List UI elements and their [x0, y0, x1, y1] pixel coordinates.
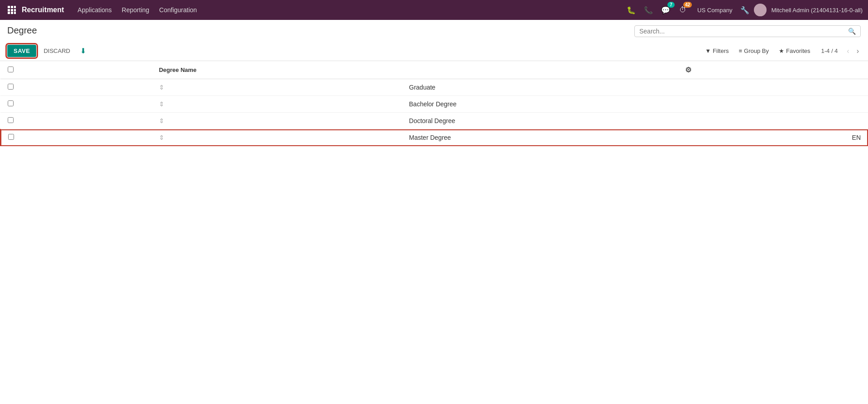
- top-menu: Applications Reporting Configuration: [73, 5, 201, 15]
- app-brand: Recruitment: [22, 6, 64, 14]
- table-row: ⇕Bachelor Degree: [0, 96, 868, 113]
- drag-handle-icon[interactable]: ⇕: [159, 100, 164, 108]
- menu-reporting[interactable]: Reporting: [117, 5, 154, 15]
- column-settings-icon[interactable]: ⚙: [685, 66, 691, 74]
- settings-col-header: ⚙: [402, 61, 699, 79]
- language-badge-cell: EN: [699, 129, 868, 146]
- grid-menu-icon[interactable]: [5, 4, 18, 16]
- svg-rect-2: [14, 6, 16, 8]
- degree-table: Degree Name ⚙ ⇕Graduate⇕Bachelor Degree⇕…: [0, 61, 868, 146]
- topnav-icons: 🐛 📞 💬 7 ⏱ 42 US Company 🔧 Mitchell Admin…: [625, 4, 863, 16]
- table-row: ⇕Graduate: [0, 79, 868, 96]
- download-button[interactable]: ⬇: [77, 45, 89, 57]
- row-checkbox-cell: [0, 79, 152, 96]
- favorites-button[interactable]: ★ Favorites: [775, 46, 814, 56]
- menu-configuration[interactable]: Configuration: [155, 5, 201, 15]
- svg-point-10: [756, 12, 765, 16]
- degree-name-input[interactable]: [409, 134, 691, 141]
- row-checkbox[interactable]: [8, 84, 14, 90]
- svg-point-9: [758, 6, 763, 11]
- groupby-button[interactable]: ≡ Group By: [735, 46, 773, 56]
- activity-badge: 42: [683, 2, 692, 8]
- search-bar: 🔍: [634, 25, 861, 37]
- page-title: Degree: [7, 25, 37, 41]
- svg-rect-1: [11, 6, 13, 8]
- table-row: ⇕EN: [0, 129, 868, 146]
- bug-icon[interactable]: 🐛: [625, 4, 638, 16]
- drag-handle-cell: ⇕: [152, 96, 402, 113]
- row-checkbox-cell: [0, 113, 152, 129]
- drag-handle-cell: ⇕: [152, 129, 402, 146]
- row-checkbox[interactable]: [8, 134, 14, 140]
- star-icon: ★: [779, 48, 784, 54]
- language-badge-cell: [699, 79, 868, 96]
- discard-button[interactable]: DISCARD: [40, 45, 74, 57]
- drag-handle-icon[interactable]: ⇕: [159, 84, 164, 91]
- search-input[interactable]: [639, 28, 848, 35]
- user-avatar[interactable]: [754, 4, 767, 16]
- select-all-checkbox-header[interactable]: [0, 61, 152, 79]
- language-badge-cell: [699, 113, 868, 129]
- table-header-row: Degree Name ⚙: [0, 61, 868, 79]
- degree-name-cell[interactable]: Doctoral Degree: [402, 113, 699, 129]
- save-button[interactable]: SAVE: [7, 45, 36, 57]
- degree-name-header: Degree Name: [152, 61, 402, 79]
- settings-wrench-icon[interactable]: 🔧: [740, 6, 749, 14]
- chat-badge: 7: [667, 2, 675, 8]
- content-area: Degree 🔍 SAVE DISCARD ⬇ ▼ Filters ≡ Grou…: [0, 20, 868, 404]
- select-all-checkbox[interactable]: [8, 67, 14, 72]
- drag-handle-cell: ⇕: [152, 113, 402, 129]
- language-badge: EN: [852, 134, 861, 141]
- filter-icon: ▼: [705, 48, 711, 54]
- language-badge-cell: [699, 96, 868, 113]
- activity-icon[interactable]: ⏱ 42: [676, 4, 689, 16]
- filter-group: ▼ Filters ≡ Group By ★ Favorites: [701, 46, 814, 56]
- pagination-prev-button[interactable]: ‹: [845, 46, 851, 56]
- degree-name-cell[interactable]: Bachelor Degree: [402, 96, 699, 113]
- svg-rect-5: [14, 9, 16, 11]
- pagination-next-button[interactable]: ›: [855, 46, 861, 56]
- groupby-label: Group By: [744, 48, 769, 54]
- svg-rect-8: [14, 12, 16, 14]
- degree-name-cell[interactable]: Graduate: [402, 79, 699, 96]
- phone-icon[interactable]: 📞: [642, 4, 655, 16]
- username[interactable]: Mitchell Admin (21404131-16-0-all): [771, 7, 863, 14]
- chat-icon[interactable]: 💬 7: [659, 4, 672, 16]
- favorites-label: Favorites: [786, 48, 810, 54]
- top-navigation: Recruitment Applications Reporting Confi…: [0, 0, 868, 20]
- filters-label: Filters: [713, 48, 729, 54]
- search-icon[interactable]: 🔍: [848, 28, 856, 35]
- drag-handle-icon[interactable]: ⇕: [159, 117, 164, 124]
- svg-rect-7: [11, 12, 13, 14]
- table-row: ⇕Doctoral Degree: [0, 113, 868, 129]
- svg-rect-0: [8, 6, 10, 8]
- page-title-area: Degree: [7, 25, 37, 41]
- pagination-info: 1-4 / 4: [821, 48, 838, 54]
- table-body: ⇕Graduate⇕Bachelor Degree⇕Doctoral Degre…: [0, 79, 868, 146]
- row-checkbox-cell: [0, 129, 152, 146]
- row-checkbox[interactable]: [8, 117, 14, 123]
- filters-button[interactable]: ▼ Filters: [701, 46, 732, 56]
- svg-rect-4: [11, 9, 13, 11]
- degree-name-cell[interactable]: [402, 129, 699, 146]
- groupby-icon: ≡: [739, 48, 743, 54]
- svg-rect-6: [8, 12, 10, 14]
- company-name: US Company: [694, 7, 736, 14]
- row-checkbox-cell: [0, 96, 152, 113]
- svg-rect-3: [8, 9, 10, 11]
- page-header-row: Degree 🔍: [0, 20, 868, 41]
- search-toolbar-right: 🔍: [634, 25, 861, 41]
- toolbar: SAVE DISCARD ⬇ ▼ Filters ≡ Group By ★ Fa…: [0, 41, 868, 61]
- menu-applications[interactable]: Applications: [73, 5, 116, 15]
- row-checkbox[interactable]: [8, 100, 14, 106]
- drag-handle-icon[interactable]: ⇕: [159, 134, 164, 141]
- drag-handle-cell: ⇕: [152, 79, 402, 96]
